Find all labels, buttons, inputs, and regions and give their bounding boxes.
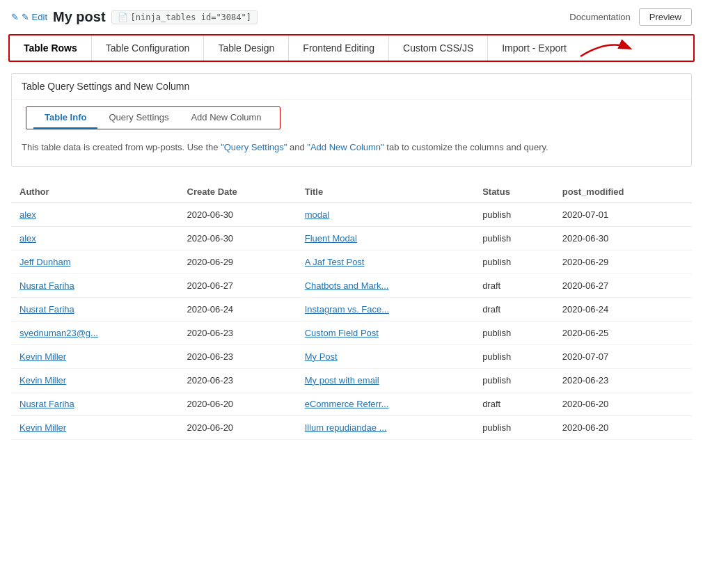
data-table: Author Create Date Title Status post_mod…	[11, 181, 692, 440]
title-link[interactable]: Instagram vs. Face...	[305, 304, 389, 315]
cell-author: alex	[11, 202, 179, 226]
table-row: Kevin Miller2020-06-23My Postpublish2020…	[11, 344, 692, 368]
author-link[interactable]: Nusrat Fariha	[19, 304, 74, 315]
cell-author: syednuman23@g...	[11, 321, 179, 344]
sub-tab-add-new-column[interactable]: Add New Column	[180, 107, 272, 129]
author-link[interactable]: Kevin Miller	[19, 375, 66, 386]
preview-button[interactable]: Preview	[639, 8, 692, 26]
shortcode-text: [ninja_tables id="3084"]	[131, 13, 251, 22]
title-link[interactable]: A Jaf Test Post	[305, 257, 365, 267]
title-link[interactable]: Fluent Modal	[305, 233, 357, 244]
post-title: My post	[53, 9, 106, 25]
tab-table-rows[interactable]: Table Rows	[10, 35, 92, 61]
cell-title: modal	[297, 202, 474, 226]
cell-post-modified: 2020-06-20	[554, 392, 692, 415]
cell-status: publish	[474, 202, 554, 226]
cell-post-modified: 2020-06-27	[554, 273, 692, 297]
cell-author: Kevin Miller	[11, 344, 179, 368]
cell-title: My post with email	[297, 368, 474, 392]
cell-post-modified: 2020-06-23	[554, 368, 692, 392]
title-link[interactable]: My Post	[305, 351, 338, 362]
col-title: Title	[297, 181, 474, 203]
cell-status: publish	[474, 344, 554, 368]
cell-title: Instagram vs. Face...	[297, 297, 474, 321]
table-row: alex2020-06-30modalpublish2020-07-01	[11, 202, 692, 226]
top-bar-left: ✎ ✎ Edit My post 📄 [ninja_tables id="308…	[11, 9, 258, 25]
title-link[interactable]: modal	[305, 209, 329, 220]
cell-title: A Jaf Test Post	[297, 250, 474, 273]
author-link[interactable]: Kevin Miller	[19, 422, 66, 433]
cell-post-modified: 2020-06-29	[554, 250, 692, 273]
add-new-column-link[interactable]: "Add New Column"	[307, 142, 384, 152]
cell-create-date: 2020-06-30	[179, 226, 297, 250]
title-link[interactable]: My post with email	[305, 375, 379, 386]
table-row: Kevin Miller2020-06-23My post with email…	[11, 368, 692, 392]
tab-table-design[interactable]: Table Design	[204, 35, 289, 61]
table-row: alex2020-06-30Fluent Modalpublish2020-06…	[11, 226, 692, 250]
edit-icon: ✎	[11, 12, 19, 22]
table-row: Nusrat Fariha2020-06-24Instagram vs. Fac…	[11, 297, 692, 321]
cell-post-modified: 2020-06-24	[554, 297, 692, 321]
cell-create-date: 2020-06-23	[179, 368, 297, 392]
content-area: Table Query Settings and New Column Tabl…	[0, 62, 703, 440]
author-link[interactable]: Kevin Miller	[19, 351, 66, 362]
cell-create-date: 2020-06-27	[179, 273, 297, 297]
col-author: Author	[11, 181, 179, 203]
tab-frontend-editing[interactable]: Frontend Editing	[289, 35, 389, 61]
cell-author: Nusrat Fariha	[11, 273, 179, 297]
cell-post-modified: 2020-07-01	[554, 202, 692, 226]
cell-status: publish	[474, 250, 554, 273]
author-link[interactable]: Nusrat Fariha	[19, 399, 74, 409]
tab-custom-css-js[interactable]: Custom CSS/JS	[389, 35, 488, 61]
arrow-annotation	[574, 35, 636, 63]
query-box: Table Query Settings and New Column Tabl…	[11, 73, 692, 167]
author-link[interactable]: syednuman23@g...	[19, 328, 98, 338]
title-link[interactable]: Illum repudiandae ...	[305, 422, 387, 433]
table-row: Nusrat Fariha2020-06-27Chatbots and Mark…	[11, 273, 692, 297]
cell-title: My Post	[297, 344, 474, 368]
edit-label: ✎ Edit	[22, 12, 47, 22]
author-link[interactable]: Jeff Dunham	[19, 257, 70, 267]
table-row: Nusrat Fariha2020-06-20eCommerce Referr.…	[11, 392, 692, 415]
col-create-date: Create Date	[179, 181, 297, 203]
table-header-row: Author Create Date Title Status post_mod…	[11, 181, 692, 203]
cell-post-modified: 2020-06-20	[554, 415, 692, 439]
cell-title: Fluent Modal	[297, 226, 474, 250]
cell-create-date: 2020-06-29	[179, 250, 297, 273]
query-info-text: This table data is created from wp-posts…	[12, 129, 691, 166]
cell-author: Jeff Dunham	[11, 250, 179, 273]
cell-status: publish	[474, 415, 554, 439]
documentation-link[interactable]: Documentation	[569, 12, 630, 22]
title-link[interactable]: Chatbots and Mark...	[305, 280, 389, 291]
table-row: Jeff Dunham2020-06-29A Jaf Test Postpubl…	[11, 250, 692, 273]
cell-title: Chatbots and Mark...	[297, 273, 474, 297]
sub-tab-query-settings[interactable]: Query Settings	[97, 107, 180, 129]
title-link[interactable]: eCommerce Referr...	[305, 399, 389, 409]
author-link[interactable]: Nusrat Fariha	[19, 280, 74, 291]
cell-author: Kevin Miller	[11, 368, 179, 392]
author-link[interactable]: alex	[19, 233, 36, 244]
cell-title: Illum repudiandae ...	[297, 415, 474, 439]
top-bar-right: Documentation Preview	[569, 8, 692, 26]
sub-tab-navigation: Table Info Query Settings Add New Column	[26, 106, 281, 129]
cell-create-date: 2020-06-23	[179, 344, 297, 368]
sub-tab-table-info[interactable]: Table Info	[33, 107, 97, 129]
cell-create-date: 2020-06-20	[179, 415, 297, 439]
cell-status: draft	[474, 297, 554, 321]
cell-create-date: 2020-06-20	[179, 392, 297, 415]
title-link[interactable]: Custom Field Post	[305, 328, 379, 338]
cell-title: eCommerce Referr...	[297, 392, 474, 415]
tab-table-configuration[interactable]: Table Configuration	[92, 35, 205, 61]
author-link[interactable]: alex	[19, 209, 36, 220]
top-bar: ✎ ✎ Edit My post 📄 [ninja_tables id="308…	[0, 0, 703, 31]
col-post-modified: post_modified	[554, 181, 692, 203]
cell-status: publish	[474, 368, 554, 392]
table-row: Kevin Miller2020-06-20Illum repudiandae …	[11, 415, 692, 439]
cell-post-modified: 2020-06-30	[554, 226, 692, 250]
edit-link[interactable]: ✎ ✎ Edit	[11, 12, 47, 22]
tab-import-export[interactable]: Import - Export	[488, 35, 580, 61]
query-settings-link[interactable]: "Query Settings"	[221, 142, 287, 152]
cell-create-date: 2020-06-24	[179, 297, 297, 321]
cell-title: Custom Field Post	[297, 321, 474, 344]
cell-post-modified: 2020-07-07	[554, 344, 692, 368]
